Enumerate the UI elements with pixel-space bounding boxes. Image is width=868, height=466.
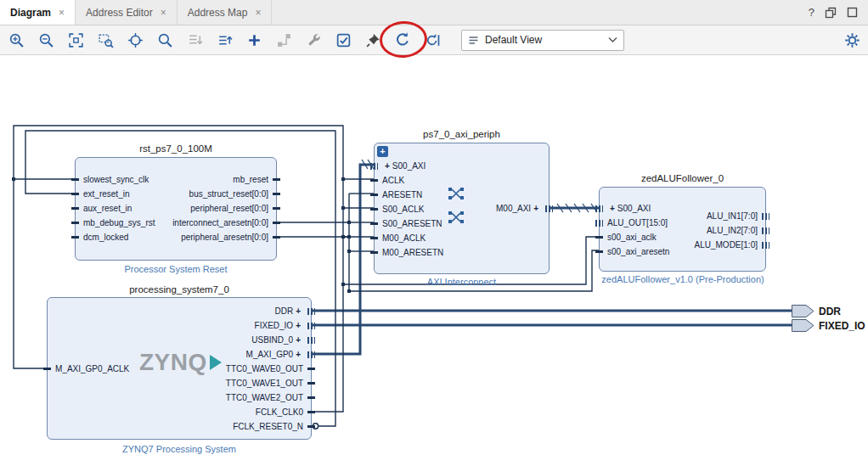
view-icon	[468, 35, 479, 46]
crossbar-switch-icon	[448, 210, 465, 227]
add-ip-icon	[246, 32, 262, 48]
expand-port-icon[interactable]: +	[385, 159, 390, 173]
port-ddr[interactable]: DDR+	[48, 304, 311, 318]
zynq-logo-text: ZYNQ	[139, 349, 207, 376]
block-ps7-0-axi-periph[interactable]: + +S00_AXI ACLK ARESETN S00_ACLK S00_ARE…	[374, 143, 550, 274]
tab-bar-spacer	[272, 0, 808, 25]
external-port-fixed-io[interactable]: FIXED_IO	[792, 319, 865, 332]
port-label: mb_reset	[233, 175, 268, 184]
gear-icon	[844, 32, 860, 48]
port-alu-mode[interactable]: ALU_MODE[1:0]	[600, 238, 765, 252]
port-fclk-clk0[interactable]: FCLK_CLK0	[48, 405, 311, 419]
block-title-rst: rst_ps7_0_100M	[75, 143, 277, 154]
editor-tab-bar: Diagram × Address Editor × Address Map ×…	[0, 0, 868, 25]
optimize-routing-button[interactable]	[423, 31, 442, 49]
block-zedalufollower-0[interactable]: +S00_AXI ALU_OUT[15:0] s00_axi_aclk s00_…	[599, 187, 766, 272]
diagram-toolbar: Default View	[0, 25, 868, 55]
collapse-hierarchy-button[interactable]	[185, 31, 204, 49]
regenerate-layout-icon	[394, 31, 411, 48]
expand-port-icon[interactable]: +	[296, 304, 301, 318]
zoom-in-button[interactable]	[7, 31, 25, 49]
expand-port-icon[interactable]: +	[296, 347, 301, 362]
external-port-shape	[792, 305, 814, 317]
external-port-label: FIXED_IO	[819, 320, 865, 332]
port-usbind-0[interactable]: USBIND_0+	[48, 333, 311, 347]
port-m00-aclk[interactable]: M00_ACLK	[375, 231, 549, 245]
expand-hierarchy-icon	[217, 32, 233, 48]
zynq-logo: ZYNQ	[139, 349, 222, 376]
port-label: ALU_MODE[1:0]	[695, 240, 758, 250]
tab-address-editor[interactable]: Address Editor ×	[76, 0, 178, 25]
make-connection-icon	[276, 32, 292, 48]
zoom-to-selection-button[interactable]	[96, 31, 115, 49]
diagram-canvas[interactable]: rst_ps7_0_100M slowest_sync_clk ext_rese…	[0, 55, 868, 466]
port-alu-in2[interactable]: ALU_IN2[7:0]	[600, 223, 765, 238]
validate-design-button[interactable]	[334, 31, 352, 49]
wrench-icon	[306, 32, 322, 48]
port-label: FCLK_CLK0	[256, 407, 303, 417]
block-title-axi-periph: ps7_0_axi_periph	[374, 129, 550, 139]
port-ttc0-wave1-out[interactable]: TTC0_WAVE1_OUT	[48, 376, 311, 390]
expand-hierarchy-button[interactable]	[215, 31, 234, 49]
zynq-logo-triangle-icon	[210, 355, 222, 370]
crossbar-switch-icon	[448, 186, 465, 203]
block-caption-rst: Processor System Reset	[75, 264, 277, 274]
tab-label: Diagram	[10, 7, 51, 19]
port-label: bus_struct_reset[0:0]	[189, 189, 268, 199]
port-fclk-reset0-n[interactable]: FCLK_RESET0_N	[48, 419, 311, 434]
search-button[interactable]	[155, 31, 174, 49]
maximize-icon[interactable]	[847, 7, 858, 18]
make-connection-button[interactable]	[274, 31, 293, 49]
port-label: TTC0_WAVE2_OUT	[226, 393, 303, 402]
port-mb-reset[interactable]: mb_reset	[76, 172, 276, 187]
port-label: M_AXI_GP0	[246, 350, 294, 359]
fit-view-icon	[127, 32, 144, 48]
port-alu-in1[interactable]: ALU_IN1[7:0]	[600, 209, 765, 223]
customize-block-button[interactable]	[304, 31, 323, 49]
pin-icon	[365, 32, 381, 48]
tab-address-map[interactable]: Address Map ×	[178, 0, 273, 25]
zoom-out-button[interactable]	[37, 31, 55, 49]
add-ip-button[interactable]	[245, 31, 263, 49]
port-label: S00_ARESETN	[382, 219, 442, 228]
expand-port-icon[interactable]: +	[296, 333, 301, 347]
external-port-ddr[interactable]: DDR	[792, 305, 841, 317]
search-icon	[157, 32, 173, 48]
port-label: USBIND_0	[251, 335, 293, 345]
close-icon[interactable]: ×	[255, 7, 261, 19]
chevron-down-icon	[608, 36, 617, 43]
port-label: M00_AXI	[496, 204, 531, 213]
regenerate-layout-button[interactable]	[393, 31, 412, 49]
zoom-to-selection-icon	[98, 32, 114, 48]
port-bus-struct-reset[interactable]: bus_struct_reset[0:0]	[76, 187, 276, 201]
port-peripheral-aresetn[interactable]: peripheral_aresetn[0:0]	[76, 230, 276, 244]
port-label: ARESETN	[382, 190, 422, 199]
port-label: FIXED_IO	[255, 321, 294, 330]
expand-port-icon[interactable]: +	[533, 201, 538, 216]
port-label: peripheral_aresetn[0:0]	[181, 233, 268, 242]
tab-diagram[interactable]: Diagram ×	[0, 0, 76, 25]
tab-label: Address Map	[188, 7, 248, 19]
port-label: DDR	[274, 306, 293, 316]
block-title-processing-system: processing_system7_0	[47, 284, 312, 295]
settings-button[interactable]	[843, 31, 861, 49]
port-peripheral-reset[interactable]: peripheral_reset[0:0]	[76, 201, 276, 216]
close-icon[interactable]: ×	[161, 7, 166, 19]
fit-view-button[interactable]	[126, 31, 144, 49]
view-selector[interactable]: Default View	[461, 30, 624, 51]
help-icon[interactable]: ?	[809, 6, 814, 19]
zoom-fit-button[interactable]	[66, 31, 85, 49]
expand-port-icon[interactable]: +	[296, 318, 301, 333]
block-processing-system7-0[interactable]: M_AXI_GP0_ACLK DDR+ FIXED_IO+ USBIND_0+ …	[47, 297, 312, 440]
port-fixed-io[interactable]: FIXED_IO+	[48, 318, 311, 333]
port-interconnect-aresetn[interactable]: interconnect_aresetn[0:0]	[76, 216, 276, 230]
port-ttc0-wave2-out[interactable]: TTC0_WAVE2_OUT	[48, 390, 311, 405]
float-window-icon[interactable]	[825, 7, 837, 19]
pin-button[interactable]	[364, 31, 382, 49]
port-s00-axi[interactable]: +S00_AXI	[375, 159, 549, 173]
block-rst-ps7-0-100m[interactable]: slowest_sync_clk ext_reset_in aux_reset_…	[75, 157, 277, 261]
zoom-in-icon	[8, 32, 25, 48]
expand-block-icon[interactable]: +	[377, 146, 388, 157]
close-icon[interactable]: ×	[59, 7, 65, 19]
port-m00-aresetn[interactable]: M00_ARESETN	[375, 245, 549, 260]
